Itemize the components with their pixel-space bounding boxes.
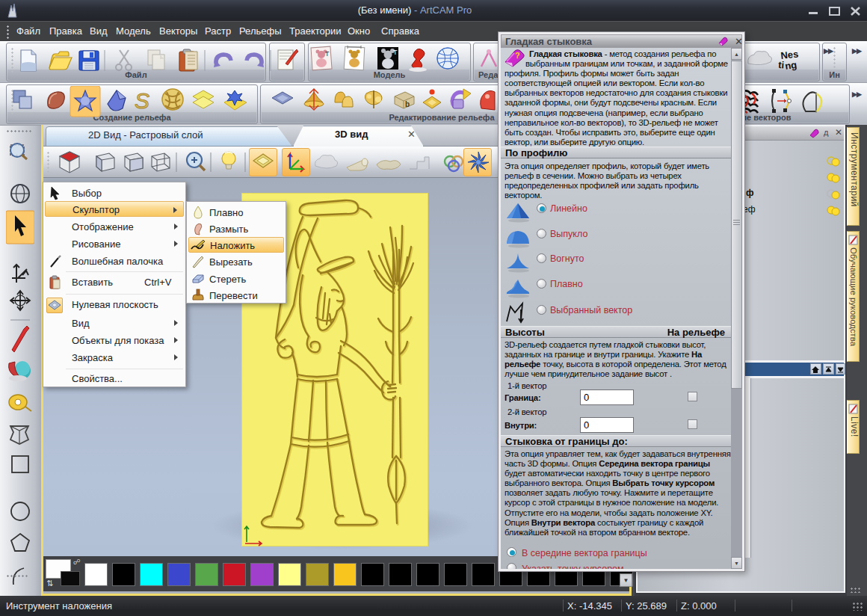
svg-text:S: S: [135, 88, 149, 113]
svg-text:T: T: [325, 50, 330, 58]
svg-text:ng: ng: [784, 59, 797, 72]
svg-text:T: T: [393, 49, 398, 56]
svg-text:b: b: [405, 100, 410, 108]
